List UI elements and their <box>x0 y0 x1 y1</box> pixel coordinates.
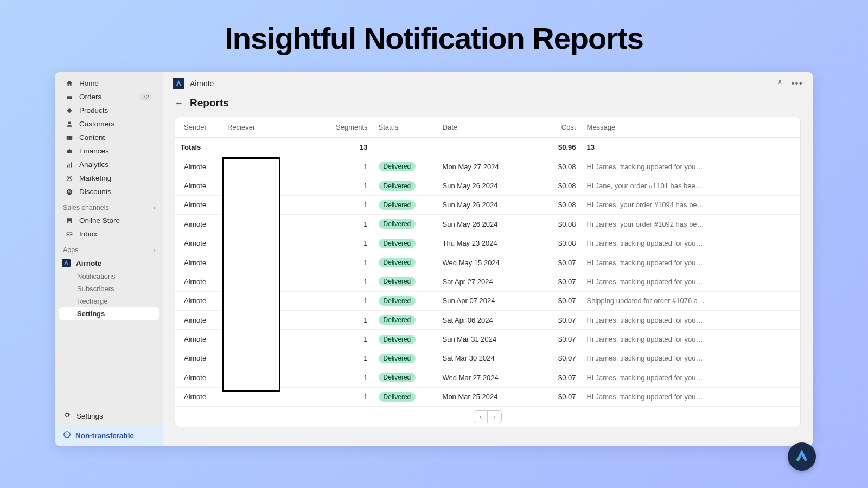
status-badge: Delivered <box>379 392 416 402</box>
cell-date: Wed May 15 2024 <box>437 253 546 272</box>
svg-rect-4 <box>68 138 70 139</box>
sidebar-item-analytics[interactable]: Analytics <box>59 158 159 171</box>
cell-cost: $0.07 <box>546 272 582 291</box>
cell-status: Delivered <box>373 195 437 214</box>
th-date[interactable]: Date <box>437 117 546 138</box>
cell-status: Delivered <box>373 176 437 195</box>
cell-date: Sat Apr 27 2024 <box>437 272 546 291</box>
cell-receiver <box>222 157 330 176</box>
non-transferable-label: Non-transferable <box>75 432 134 440</box>
cell-receiver <box>222 176 330 195</box>
table-row[interactable]: Airnote 1 Delivered Thu May 23 2024 $0.0… <box>175 234 800 253</box>
sidebar-sub-notifications[interactable]: Notifications <box>55 270 163 282</box>
cell-status: Delivered <box>373 330 437 349</box>
table-row[interactable]: Airnote 1 Delivered Mon May 27 2024 $0.0… <box>175 157 800 176</box>
table-row[interactable]: Airnote 1 Delivered Wed Mar 27 2024 $0.0… <box>175 368 800 387</box>
cell-receiver <box>222 387 330 406</box>
sidebar-channel-inbox[interactable]: Inbox <box>59 227 159 241</box>
discounts-icon: % <box>65 188 74 196</box>
sidebar-item-label: Analytics <box>79 160 108 169</box>
online-store-icon <box>65 217 74 224</box>
finances-icon <box>65 147 74 155</box>
table-row[interactable]: Airnote 1 Delivered Sat Mar 30 2024 $0.0… <box>175 349 800 368</box>
sidebar-sub-settings[interactable]: Settings <box>59 307 159 320</box>
cell-sender: Airnote <box>175 234 222 253</box>
cell-segments: 1 <box>330 215 373 234</box>
sidebar-section-apps[interactable]: Apps › <box>55 241 163 256</box>
next-page-button[interactable]: › <box>488 410 502 423</box>
th-cost[interactable]: Cost <box>546 117 582 138</box>
non-transferable-banner[interactable]: Non-transferable <box>55 425 163 446</box>
pin-icon[interactable] <box>776 79 784 89</box>
sidebar-item-content[interactable]: Content <box>59 131 159 144</box>
sidebar-item-label: Orders <box>79 93 101 101</box>
prev-page-button[interactable]: ‹ <box>474 410 488 423</box>
status-badge: Delivered <box>379 296 416 306</box>
cell-message: Hi James, tracking updated for your orde… <box>582 311 800 330</box>
sidebar-app-airnote[interactable]: Airnote <box>55 256 163 270</box>
sidebar-item-label: Discounts <box>79 188 111 196</box>
cell-status: Delivered <box>373 272 437 291</box>
table-row[interactable]: Airnote 1 Delivered Sun May 26 2024 $0.0… <box>175 176 800 195</box>
sidebar-settings[interactable]: Settings <box>55 407 163 425</box>
th-message[interactable]: Message <box>582 117 800 138</box>
sidebar-item-orders[interactable]: Orders72 <box>59 90 159 104</box>
cell-message: Hi James, tracking updated for your orde… <box>582 387 800 406</box>
page-title: Reports <box>190 97 229 109</box>
chevron-right-icon: › <box>493 413 495 421</box>
th-sender[interactable]: Sender <box>175 117 222 138</box>
products-icon <box>65 107 74 114</box>
table-row[interactable]: Airnote 1 Delivered Sun Apr 07 2024 $0.0… <box>175 291 800 310</box>
cell-message: Hi James, tracking updated for your orde… <box>582 349 800 368</box>
table-row[interactable]: Airnote 1 Delivered Sat Apr 27 2024 $0.0… <box>175 272 800 291</box>
cell-segments: 1 <box>330 368 373 387</box>
airnote-app-icon <box>62 259 71 267</box>
sidebar-item-label: Content <box>79 133 105 142</box>
sidebar-item-customers[interactable]: Customers <box>59 117 159 131</box>
back-arrow-icon[interactable]: ← <box>175 98 183 108</box>
sidebar-item-products[interactable]: Products <box>59 104 159 117</box>
th-receiver[interactable]: Reciever <box>222 117 330 138</box>
sidebar-item-discounts[interactable]: %Discounts <box>59 185 159 198</box>
cell-message: Hi James, tracking updated for your orde… <box>582 368 800 387</box>
svg-point-2 <box>68 121 71 124</box>
sidebar-sub-subscribers[interactable]: Subscribers <box>55 282 163 295</box>
cell-message: Shipping updated for order #1076 at Snow… <box>582 291 800 310</box>
sidebar-sub-recharge[interactable]: Recharge <box>55 295 163 307</box>
table-row[interactable]: Airnote 1 Delivered Sun May 26 2024 $0.0… <box>175 195 800 214</box>
table-row[interactable]: Airnote 1 Delivered Wed May 15 2024 $0.0… <box>175 253 800 272</box>
cell-sender: Airnote <box>175 253 222 272</box>
channel-label: Online Store <box>79 216 120 224</box>
status-badge: Delivered <box>379 373 416 382</box>
cell-cost: $0.08 <box>546 195 582 214</box>
th-status[interactable]: Status <box>373 117 437 138</box>
home-icon <box>65 80 74 87</box>
main-content: Airnote ••• ← Reports Sender Reciev <box>163 72 813 446</box>
sidebar-section-sales-channels[interactable]: Sales channels › <box>55 198 163 214</box>
cell-status: Delivered <box>373 234 437 253</box>
cell-sender: Airnote <box>175 311 222 330</box>
table-row[interactable]: Airnote 1 Delivered Sun Mar 31 2024 $0.0… <box>175 330 800 349</box>
cell-segments: 1 <box>330 253 373 272</box>
th-segments[interactable]: Segments <box>330 117 373 138</box>
more-icon[interactable]: ••• <box>792 79 803 88</box>
cell-sender: Airnote <box>175 349 222 368</box>
cell-date: Sat Mar 30 2024 <box>437 349 546 368</box>
info-icon <box>63 431 71 440</box>
cell-message: Hi James, your order #1094 has been plac… <box>582 195 800 214</box>
cell-status: Delivered <box>373 215 437 234</box>
cell-date: Sun Apr 07 2024 <box>437 291 546 310</box>
floating-action-button[interactable] <box>788 442 816 471</box>
table-row[interactable]: Airnote 1 Delivered Sat Apr 06 2024 $0.0… <box>175 311 800 330</box>
sidebar-item-finances[interactable]: Finances <box>59 144 159 158</box>
cell-cost: $0.08 <box>546 176 582 195</box>
apps-label: Apps <box>63 246 79 254</box>
table-row[interactable]: Airnote 1 Delivered Sun May 26 2024 $0.0… <box>175 215 800 234</box>
table-row[interactable]: Airnote 1 Delivered Mon Mar 25 2024 $0.0… <box>175 387 800 406</box>
sidebar-channel-online-store[interactable]: Online Store <box>59 214 159 227</box>
sidebar-item-marketing[interactable]: Marketing <box>59 171 159 185</box>
cell-date: Wed Mar 27 2024 <box>437 368 546 387</box>
cell-cost: $0.07 <box>546 311 582 330</box>
cell-cost: $0.07 <box>546 387 582 406</box>
sidebar-item-home[interactable]: Home <box>59 76 159 90</box>
